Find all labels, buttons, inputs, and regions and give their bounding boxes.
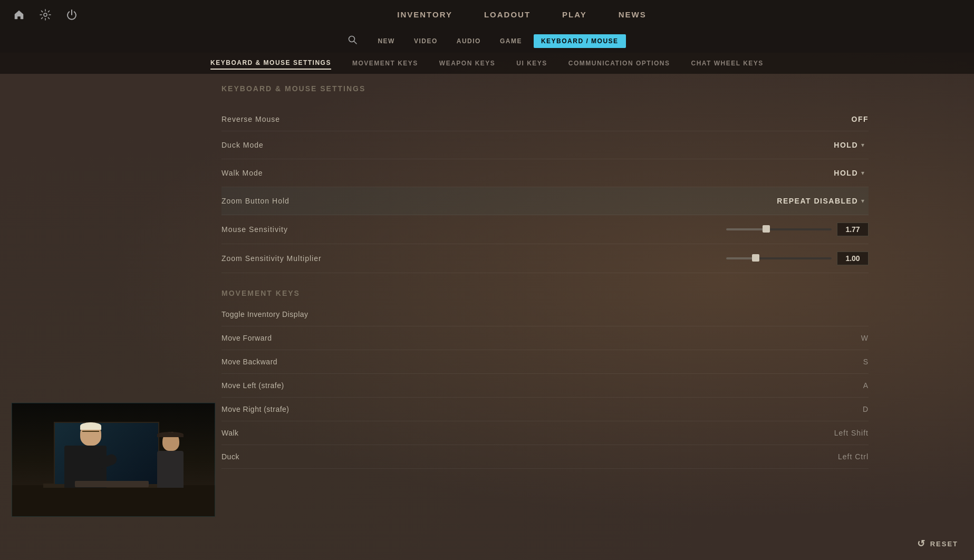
move-forward-label: Move Forward [221, 334, 272, 342]
person1-head [80, 422, 101, 446]
search-icon[interactable] [348, 35, 358, 47]
reset-button[interactable]: ↺ RESET [917, 538, 958, 549]
mouse-sensitivity-fill [726, 228, 766, 230]
keyboard-prop [75, 481, 149, 487]
left-panel [0, 74, 221, 560]
person1-glasses [82, 431, 99, 434]
move-left-label: Move Left (strafe) [221, 381, 284, 390]
duck-label: Duck [221, 452, 239, 461]
thumbnail-scene [12, 403, 215, 517]
key-row-toggle-inventory: Toggle Inventory Display [221, 303, 869, 326]
mouse-sensitivity-slider-container: 1.77 [726, 223, 869, 236]
cat-nav-movement-keys[interactable]: MOVEMENT KEYS [352, 57, 418, 69]
main-nav: INVENTORY LOADOUT PLAY NEWS [80, 8, 963, 22]
walk-mode-label: Walk Mode [221, 169, 263, 177]
tab-keyboard-mouse[interactable]: KEYBOARD / MOUSE [534, 34, 626, 48]
zoom-button-hold-dropdown[interactable]: REPEAT DISABLED ▾ [773, 195, 869, 207]
reverse-mouse-value[interactable]: OFF [852, 115, 869, 123]
move-right-key[interactable]: D [863, 405, 869, 413]
person1-figure [64, 422, 107, 488]
zoom-button-hold-value: REPEAT DISABLED [777, 197, 858, 205]
svg-point-0 [44, 13, 47, 16]
zoom-sensitivity-slider-container: 1.00 [726, 252, 869, 265]
key-row-move-forward: Move Forward W [221, 326, 869, 350]
reverse-mouse-label: Reverse Mouse [221, 115, 280, 123]
duck-mode-chevron: ▾ [861, 141, 864, 149]
person2-body [157, 451, 184, 488]
tab-video[interactable]: VIDEO [407, 34, 445, 48]
duck-mode-value: HOLD [834, 141, 858, 149]
duck-mode-dropdown[interactable]: HOLD ▾ [830, 139, 869, 151]
key-row-duck: Duck Left Ctrl [221, 445, 869, 469]
setting-row-reverse-mouse: Reverse Mouse OFF [221, 108, 869, 131]
zoom-sensitivity-value: 1.00 [837, 252, 869, 265]
zoom-sensitivity-label: Zoom Sensitivity Multiplier [221, 254, 322, 263]
person1-hair [80, 422, 101, 430]
cat-nav-chat-wheel-keys[interactable]: CHAT WHEEL KEYS [691, 57, 763, 69]
toggle-inventory-label: Toggle Inventory Display [221, 310, 308, 318]
mouse-sensitivity-value: 1.77 [837, 223, 869, 236]
tab-audio[interactable]: AUDIO [449, 34, 488, 48]
desk-area [12, 485, 215, 517]
tab-game[interactable]: GAME [493, 34, 529, 48]
key-row-move-left: Move Left (strafe) A [221, 374, 869, 398]
top-bar-icons [11, 6, 80, 23]
settings-panel: Keyboard & Mouse Settings Reverse Mouse … [221, 74, 974, 560]
move-backward-label: Move Backward [221, 358, 277, 366]
settings-section-title: Keyboard & Mouse Settings [221, 84, 869, 97]
cat-nav: KEYBOARD & MOUSE SETTINGS MOVEMENT KEYS … [0, 53, 974, 74]
setting-row-mouse-sensitivity: Mouse Sensitivity 1.77 [221, 215, 869, 244]
move-left-key[interactable]: A [863, 381, 869, 390]
walk-mode-dropdown[interactable]: HOLD ▾ [830, 167, 869, 179]
nav-item-loadout[interactable]: LOADOUT [484, 8, 531, 22]
cat-nav-communication-options[interactable]: COMMUNICATION OPTIONS [568, 57, 670, 69]
sub-tabs-bar: NEW VIDEO AUDIO GAME KEYBOARD / MOUSE [0, 30, 974, 53]
zoom-button-hold-chevron: ▾ [861, 197, 864, 205]
nav-item-inventory[interactable]: INVENTORY [397, 8, 452, 22]
setting-row-duck-mode: Duck Mode HOLD ▾ [221, 131, 869, 159]
cat-nav-keyboard-mouse-settings[interactable]: KEYBOARD & MOUSE SETTINGS [210, 57, 331, 70]
mouse-sensitivity-track[interactable] [726, 228, 832, 230]
settings-icon[interactable] [37, 6, 54, 23]
tab-new[interactable]: NEW [370, 34, 402, 48]
move-right-label: Move Right (strafe) [221, 405, 290, 413]
reset-icon: ↺ [917, 538, 926, 549]
zoom-sensitivity-fill [726, 257, 756, 259]
duck-key[interactable]: Left Ctrl [838, 452, 869, 461]
home-icon[interactable] [11, 6, 27, 23]
reset-label: RESET [930, 540, 958, 548]
mouse-sensitivity-label: Mouse Sensitivity [221, 225, 288, 234]
duck-mode-label: Duck Mode [221, 141, 264, 149]
move-backward-key[interactable]: S [863, 358, 869, 366]
person2-head [162, 432, 179, 451]
cat-nav-ui-keys[interactable]: UI KEYS [516, 57, 547, 69]
walk-label: Walk [221, 429, 239, 437]
nav-item-play[interactable]: PLAY [562, 8, 587, 22]
setting-row-zoom-sensitivity: Zoom Sensitivity Multiplier 1.00 [221, 244, 869, 273]
movement-section-title: Movement Keys [221, 289, 869, 297]
walk-mode-value: HOLD [834, 169, 858, 177]
nav-item-news[interactable]: NEWS [619, 8, 647, 22]
walk-key[interactable]: Left Shift [834, 429, 869, 437]
zoom-button-hold-label: Zoom Button Hold [221, 197, 290, 205]
power-icon[interactable] [63, 6, 80, 23]
setting-row-zoom-button-hold: Zoom Button Hold REPEAT DISABLED ▾ [221, 187, 869, 215]
top-bar: INVENTORY LOADOUT PLAY NEWS [0, 0, 974, 30]
key-row-move-backward: Move Backward S [221, 350, 869, 374]
person2-figure [157, 432, 184, 488]
stream-thumbnail [11, 402, 216, 518]
walk-mode-chevron: ▾ [861, 169, 864, 177]
zoom-sensitivity-track[interactable] [726, 257, 832, 259]
key-row-move-right: Move Right (strafe) D [221, 398, 869, 421]
zoom-sensitivity-thumb[interactable] [752, 254, 759, 262]
reverse-mouse-text: OFF [852, 115, 869, 123]
content-area: Keyboard & Mouse Settings Reverse Mouse … [0, 74, 974, 560]
cat-nav-weapon-keys[interactable]: WEAPON KEYS [439, 57, 496, 69]
setting-row-walk-mode: Walk Mode HOLD ▾ [221, 159, 869, 187]
mouse-sensitivity-thumb[interactable] [763, 225, 770, 233]
person2-hair [157, 432, 184, 437]
move-forward-key[interactable]: W [861, 334, 869, 342]
key-row-walk: Walk Left Shift [221, 421, 869, 445]
